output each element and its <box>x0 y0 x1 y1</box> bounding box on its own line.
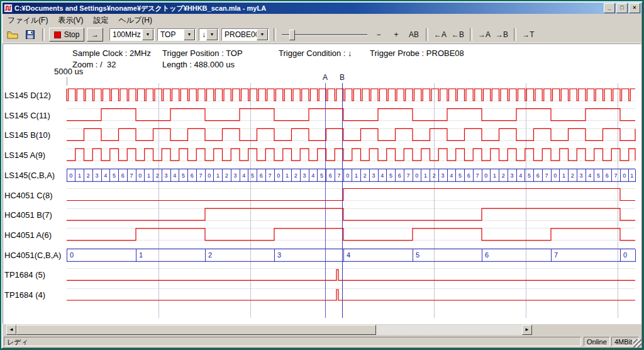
run-arrow-icon: → <box>91 30 99 39</box>
trigger-probe-value: PROBE00 <box>222 30 257 39</box>
sample-clock-info: Sample Clock : 2MHz <box>72 48 151 58</box>
channel-label: TP1684 (4) <box>4 290 65 300</box>
menu-help[interactable]: ヘルプ(H) <box>113 14 157 27</box>
timebase-label: 5000 us <box>54 67 83 76</box>
sample-clock-value: 100MHz <box>110 30 142 39</box>
toolbar-separator <box>42 28 45 41</box>
horizontal-scrollbar[interactable]: ◄ ► <box>6 325 532 335</box>
trigger-position-select[interactable]: TOP ▼ <box>157 28 196 41</box>
scroll-left-button[interactable]: ◄ <box>6 325 16 335</box>
stop-label: Stop <box>64 30 80 39</box>
menu-file[interactable]: ファイル(F) <box>3 14 53 27</box>
open-folder-icon <box>7 31 18 39</box>
menu-bar: ファイル(F) 表示(V) 設定 ヘルプ(H) <box>3 14 641 26</box>
chevron-down-icon[interactable]: ▼ <box>142 29 153 40</box>
trigger-probe-info: Trigger Probe : PROBE08 <box>370 48 464 58</box>
save-button[interactable] <box>23 28 38 42</box>
toolbar: Stop → 100MHz ▼ TOP ▼ ↓ ▼ PROBE00 ▼ − + … <box>3 26 641 43</box>
channel-label: TP1684 (5) <box>4 270 65 279</box>
zoom-slider[interactable] <box>280 28 369 41</box>
goto-cursor-a-right-button[interactable]: →A <box>477 28 492 42</box>
scroll-right-button[interactable]: ► <box>522 325 532 335</box>
channel-label: HC4051 A(6) <box>4 230 65 240</box>
trigger-edge-select[interactable]: ↓ ▼ <box>199 28 219 41</box>
window-title: C:¥Documents and Settings¥noname¥デスクトップ¥… <box>14 4 604 13</box>
ab-button[interactable]: AB <box>406 28 421 42</box>
trigger-position-info: Trigger Position : TOP <box>162 48 243 58</box>
channel-label: LS145(C,B,A) <box>4 171 65 180</box>
channel-label: HC4051 C(8) <box>4 191 65 200</box>
status-bar: レディ Online 4MBit <box>3 336 641 347</box>
channel-label: HC4051(C,B,A) <box>4 251 65 260</box>
goto-cursor-b-left-button[interactable]: ←B <box>450 28 465 42</box>
trigger-position-value: TOP <box>158 30 184 39</box>
zoom-out-button[interactable]: − <box>371 28 386 42</box>
title-bar[interactable]: C:¥Documents and Settings¥noname¥デスクトップ¥… <box>3 3 641 14</box>
app-icon <box>4 4 13 13</box>
trigger-probe-select[interactable]: PROBE00 ▼ <box>221 28 269 41</box>
cursor-b-label[interactable]: B <box>338 73 347 82</box>
open-button[interactable] <box>5 28 20 42</box>
scrollbar-strip: ◄ ► <box>3 324 641 336</box>
goto-cursor-b-right-button[interactable]: →B <box>494 28 509 42</box>
toolbar-separator <box>514 28 516 41</box>
sample-clock-select[interactable]: 100MHz ▼ <box>109 28 155 41</box>
status-online: Online <box>584 337 610 346</box>
channel-label: LS145 B(10) <box>4 130 65 140</box>
waveform-pane[interactable] <box>3 43 641 324</box>
toolbar-separator <box>426 28 428 41</box>
goto-trigger-button[interactable]: →T <box>521 28 536 42</box>
run-button[interactable]: → <box>87 28 103 42</box>
resize-grip[interactable] <box>633 339 641 347</box>
cursor-a-label[interactable]: A <box>321 73 330 82</box>
stop-button[interactable]: Stop <box>49 28 84 42</box>
status-ready: レディ <box>4 337 581 346</box>
channel-label: LS145 D(12) <box>4 91 65 100</box>
zoom-in-button[interactable]: + <box>389 28 404 42</box>
trigger-edge-value: ↓ <box>199 30 206 39</box>
chevron-down-icon[interactable]: ▼ <box>184 29 195 40</box>
channel-label: LS145 A(9) <box>4 150 65 160</box>
save-floppy-icon <box>26 30 35 39</box>
toolbar-separator <box>274 28 276 41</box>
trigger-condition-info: Trigger Condition : ↓ <box>279 48 352 58</box>
menu-view[interactable]: 表示(V) <box>53 14 88 27</box>
zoom-slider-handle[interactable] <box>289 30 295 40</box>
maximize-button[interactable]: □ <box>616 3 628 13</box>
stop-square-icon <box>54 31 61 38</box>
toolbar-separator <box>470 28 472 41</box>
chevron-down-icon[interactable]: ▼ <box>206 29 218 40</box>
chevron-down-icon[interactable]: ▼ <box>257 29 268 40</box>
logic-analyzer-window: C:¥Documents and Settings¥noname¥デスクトップ¥… <box>0 0 644 350</box>
channel-label: LS145 C(11) <box>4 111 65 120</box>
channel-label: HC4051 B(7) <box>4 210 65 220</box>
scroll-thumb[interactable] <box>16 325 376 335</box>
close-button[interactable]: × <box>629 3 640 13</box>
window-controls: _ □ × <box>604 3 640 13</box>
length-info: Length : 488.000 us <box>162 60 235 69</box>
goto-cursor-a-left-button[interactable]: ←A <box>433 28 448 42</box>
menu-settings[interactable]: 設定 <box>88 14 113 27</box>
minimize-button[interactable]: _ <box>604 3 615 13</box>
